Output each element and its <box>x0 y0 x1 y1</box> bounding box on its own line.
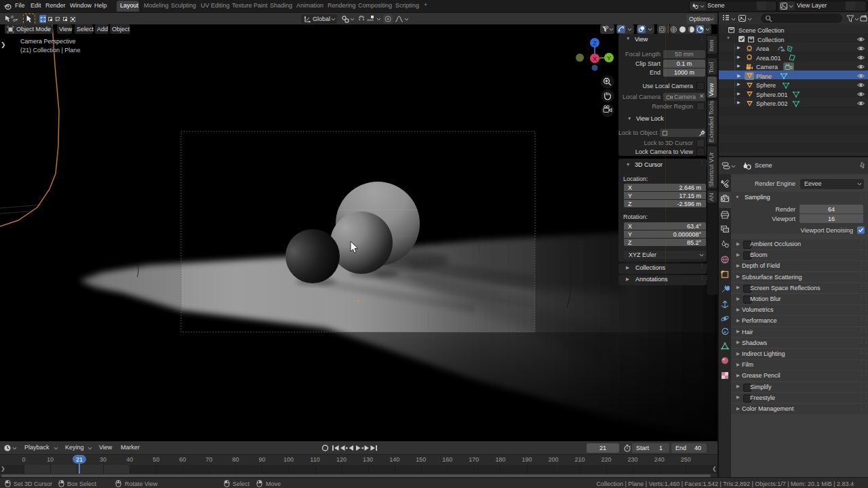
svg-text:Z: Z <box>593 40 597 47</box>
svg-text:X: X <box>593 56 597 62</box>
svg-text:Y: Y <box>607 55 611 62</box>
